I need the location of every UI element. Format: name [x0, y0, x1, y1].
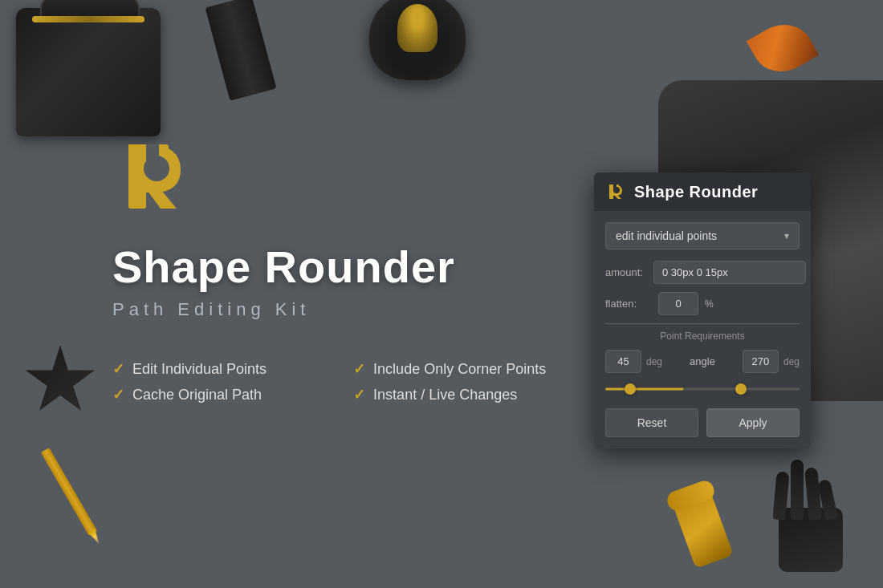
- feature-item-2: ✓ Include Only Corner Points: [353, 360, 546, 378]
- angle-min-unit: deg: [646, 356, 662, 367]
- brand-logo: [112, 128, 209, 225]
- dropdown-selected-value: edit individual points: [616, 229, 717, 242]
- svg-rect-2: [128, 144, 146, 193]
- feature-item-3: ✓ Cache Original Path: [112, 386, 305, 403]
- feature-item-4: ✓ Instant / Live Changes: [353, 386, 546, 403]
- reset-button[interactable]: Reset: [605, 408, 698, 437]
- angle-max-input[interactable]: [743, 350, 779, 373]
- feature-text-1: Edit Individual Points: [132, 361, 267, 378]
- panel-logo-icon: [607, 182, 626, 201]
- feature-text-3: Cache Original Path: [132, 387, 262, 403]
- slider-thumb-left[interactable]: [625, 383, 636, 395]
- feature-item-1: ✓ Edit Individual Points: [112, 360, 305, 378]
- panel-body: edit individual points ▾ amount: flatten…: [594, 211, 811, 448]
- flatten-unit: %: [705, 298, 714, 310]
- angle-max-unit: deg: [783, 356, 800, 367]
- amount-row: amount:: [605, 261, 800, 284]
- dropdown-arrow-icon: ▾: [784, 230, 789, 241]
- point-requirements-label: Point Requirements: [605, 330, 800, 342]
- svg-rect-4: [146, 144, 159, 162]
- flatten-row: flatten: %: [605, 292, 800, 315]
- mode-dropdown[interactable]: edit individual points ▾: [605, 222, 800, 249]
- amount-label: amount:: [605, 266, 653, 278]
- svg-rect-9: [613, 185, 616, 189]
- angle-center-label: angle: [667, 355, 738, 367]
- check-icon-3: ✓: [112, 386, 124, 403]
- angle-row: deg angle deg: [605, 350, 800, 373]
- slider-thumb-right[interactable]: [735, 383, 747, 395]
- shape-rounder-panel: Shape Rounder edit individual points ▾ a…: [594, 172, 811, 448]
- angle-slider[interactable]: [605, 381, 800, 397]
- amount-input[interactable]: [653, 261, 806, 284]
- flatten-label: flatten:: [605, 298, 653, 310]
- divider: [605, 323, 800, 324]
- features-list: ✓ Edit Individual Points ✓ Include Only …: [112, 360, 546, 403]
- main-title: Shape Rounder: [112, 241, 455, 293]
- svg-rect-7: [609, 185, 613, 196]
- flatten-input[interactable]: [658, 292, 698, 315]
- panel-title: Shape Rounder: [634, 183, 758, 201]
- feature-text-2: Include Only Corner Points: [373, 361, 546, 378]
- main-subtitle: Path Editing Kit: [112, 299, 310, 320]
- feature-text-4: Instant / Live Changes: [373, 387, 517, 403]
- panel-buttons: Reset Apply: [605, 408, 800, 437]
- check-icon-4: ✓: [353, 386, 365, 403]
- logo-container: [112, 128, 209, 225]
- panel-header: Shape Rounder: [594, 172, 811, 211]
- check-icon-2: ✓: [353, 360, 365, 378]
- angle-min-input[interactable]: [605, 350, 641, 373]
- check-icon-1: ✓: [112, 360, 124, 378]
- apply-button[interactable]: Apply: [706, 408, 800, 437]
